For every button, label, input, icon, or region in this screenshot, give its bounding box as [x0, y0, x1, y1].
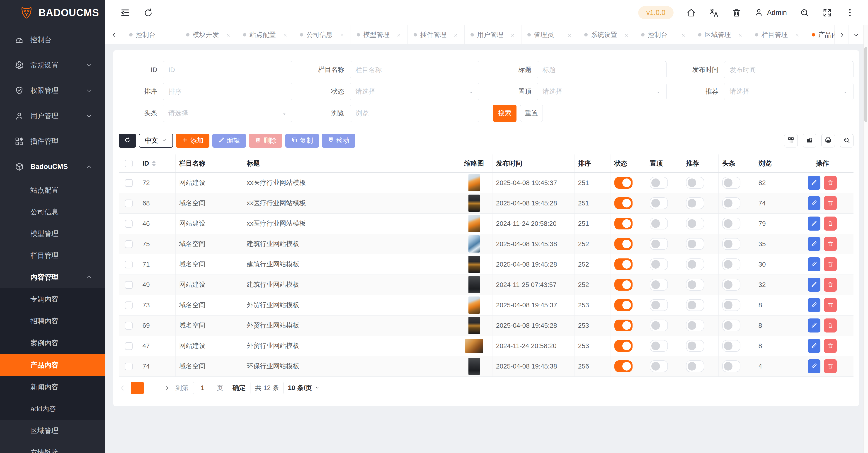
scrollbar-thumb[interactable]	[864, 47, 867, 122]
row-edit-button[interactable]	[808, 298, 820, 312]
close-icon[interactable]	[794, 32, 800, 38]
row-delete-button[interactable]	[824, 257, 837, 271]
row-delete-button[interactable]	[824, 339, 837, 353]
sidebar-item[interactable]: 新闻内容	[0, 376, 105, 398]
refresh-table-button[interactable]	[119, 134, 136, 148]
refresh-page-icon[interactable]	[143, 8, 153, 18]
row-checkbox[interactable]	[125, 261, 132, 268]
row-edit-button[interactable]	[808, 319, 820, 332]
row-delete-button[interactable]	[824, 359, 837, 373]
recommend-toggle[interactable]	[686, 340, 704, 352]
close-icon[interactable]	[738, 32, 743, 38]
recommend-toggle[interactable]	[686, 258, 704, 270]
row-delete-button[interactable]	[824, 298, 837, 312]
row-checkbox[interactable]	[125, 240, 132, 248]
search-icon[interactable]	[800, 8, 809, 18]
filter-input[interactable]	[724, 61, 854, 78]
pin-top-toggle[interactable]	[650, 258, 668, 270]
headline-toggle[interactable]	[722, 238, 740, 250]
recommend-toggle[interactable]	[686, 238, 704, 250]
sidebar-item[interactable]: BadouCMS	[0, 154, 105, 180]
filter-input[interactable]	[163, 83, 292, 100]
print-button[interactable]	[821, 134, 835, 148]
headline-toggle[interactable]	[722, 258, 740, 270]
tab[interactable]: 控制台	[635, 25, 692, 44]
status-toggle[interactable]	[614, 299, 632, 311]
recommend-toggle[interactable]	[686, 320, 704, 331]
row-edit-button[interactable]	[808, 359, 820, 373]
clear-cache-trash-icon[interactable]	[732, 8, 742, 18]
close-icon[interactable]	[396, 32, 402, 38]
sidebar-item[interactable]: 常规设置	[0, 53, 105, 78]
move-button[interactable]: 移动	[322, 134, 355, 148]
row-edit-button[interactable]	[808, 176, 820, 190]
page-button-active[interactable]	[131, 382, 144, 394]
filter-select[interactable]: 请选择	[163, 105, 292, 122]
row-delete-button[interactable]	[824, 217, 837, 231]
search-button[interactable]: 搜索	[493, 105, 517, 122]
more-menu-icon[interactable]	[845, 8, 855, 18]
row-checkbox[interactable]	[125, 322, 132, 329]
export-button[interactable]	[803, 134, 816, 148]
headline-toggle[interactable]	[722, 197, 740, 209]
tab[interactable]: 系统设置	[578, 25, 635, 44]
column-settings-button[interactable]	[784, 134, 798, 148]
tab[interactable]: 栏目管理	[749, 25, 806, 44]
home-icon[interactable]	[686, 8, 696, 18]
recommend-toggle[interactable]	[686, 279, 704, 291]
pin-top-toggle[interactable]	[650, 299, 668, 311]
pin-top-toggle[interactable]	[650, 197, 668, 209]
page-size-select[interactable]: 10 条/页	[283, 382, 324, 394]
sidebar-item[interactable]: 控制台	[0, 27, 105, 53]
filter-select[interactable]: 请选择	[350, 83, 479, 100]
sidebar-item[interactable]: 案例内容	[0, 332, 105, 354]
sidebar-item[interactable]: 友情链接	[0, 442, 105, 453]
status-toggle[interactable]	[614, 258, 632, 270]
close-icon[interactable]	[282, 32, 288, 38]
row-checkbox[interactable]	[125, 199, 132, 207]
filter-input[interactable]	[350, 61, 479, 78]
row-edit-button[interactable]	[808, 278, 820, 292]
status-toggle[interactable]	[614, 218, 632, 229]
row-checkbox[interactable]	[125, 342, 132, 350]
tab[interactable]: 模型管理	[351, 25, 408, 44]
row-edit-button[interactable]	[808, 257, 820, 271]
pin-top-toggle[interactable]	[650, 177, 668, 189]
close-icon[interactable]	[624, 32, 629, 38]
collapse-sidebar-icon[interactable]	[120, 8, 130, 18]
close-icon[interactable]	[681, 32, 686, 38]
sidebar-item[interactable]: 站点配置	[0, 180, 105, 201]
reset-button[interactable]: 重置	[520, 105, 543, 122]
row-checkbox[interactable]	[125, 179, 132, 187]
goto-confirm-button[interactable]: 确定	[228, 382, 250, 394]
sidebar-item[interactable]: 模型管理	[0, 223, 105, 245]
tab[interactable]: 管理员	[522, 25, 578, 44]
prev-page-button[interactable]	[119, 384, 126, 392]
next-page-button[interactable]	[163, 384, 171, 392]
pin-top-toggle[interactable]	[650, 360, 668, 372]
recommend-toggle[interactable]	[686, 177, 704, 189]
sidebar-item[interactable]: add内容	[0, 398, 105, 420]
close-icon[interactable]	[510, 32, 515, 38]
headline-toggle[interactable]	[722, 340, 740, 352]
status-toggle[interactable]	[614, 320, 632, 331]
page-scrollbar[interactable]	[864, 25, 868, 453]
edit-button[interactable]: 编辑	[212, 134, 246, 148]
headline-toggle[interactable]	[722, 299, 740, 311]
headline-toggle[interactable]	[722, 177, 740, 189]
row-checkbox[interactable]	[125, 301, 132, 309]
pin-top-toggle[interactable]	[650, 320, 668, 331]
sidebar-item[interactable]: 插件管理	[0, 129, 105, 154]
sidebar-item[interactable]: 区域管理	[0, 420, 105, 442]
recommend-toggle[interactable]	[686, 360, 704, 372]
goto-page-input[interactable]	[193, 382, 212, 394]
filter-input[interactable]	[537, 61, 666, 78]
page-button[interactable]	[146, 382, 159, 394]
row-delete-button[interactable]	[824, 278, 837, 292]
sort-icon[interactable]	[152, 161, 156, 166]
tabs-menu-button[interactable]	[848, 25, 864, 44]
scroll-tabs-left-button[interactable]	[105, 25, 123, 44]
tab[interactable]: 插件管理	[408, 25, 465, 44]
language-dropdown[interactable]: 中文	[139, 134, 173, 148]
headline-toggle[interactable]	[722, 218, 740, 229]
